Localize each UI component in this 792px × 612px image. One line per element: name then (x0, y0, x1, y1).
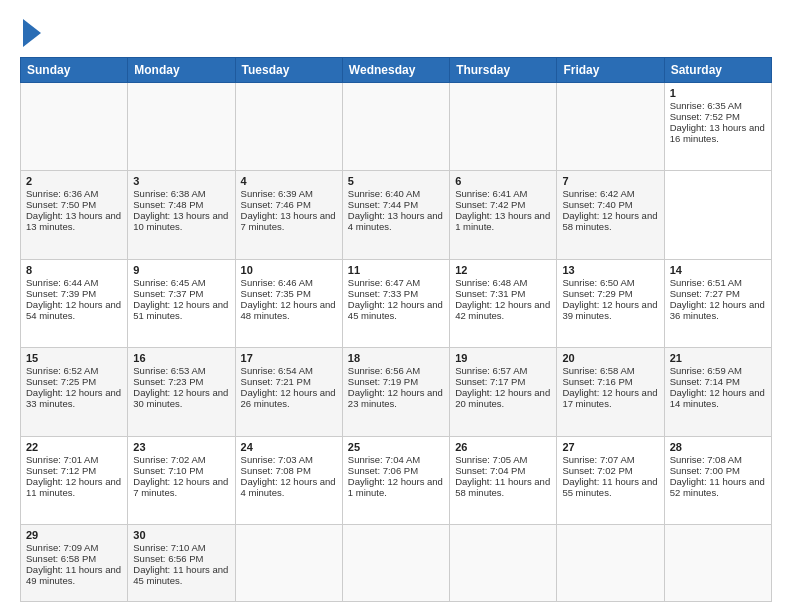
calendar-day-header: Wednesday (342, 58, 449, 83)
sunset: Sunset: 7:00 PM (670, 465, 740, 476)
day-number: 29 (26, 529, 122, 541)
sunrise: Sunrise: 6:59 AM (670, 365, 742, 376)
day-number: 26 (455, 441, 551, 453)
daylight: Daylight: 12 hours and 26 minutes. (241, 387, 336, 409)
day-number: 11 (348, 264, 444, 276)
sunrise: Sunrise: 6:38 AM (133, 188, 205, 199)
calendar-cell: 7Sunrise: 6:42 AMSunset: 7:40 PMDaylight… (557, 171, 664, 259)
sunset: Sunset: 7:06 PM (348, 465, 418, 476)
sunrise: Sunrise: 6:39 AM (241, 188, 313, 199)
day-number: 6 (455, 175, 551, 187)
sunrise: Sunrise: 6:51 AM (670, 277, 742, 288)
daylight: Daylight: 12 hours and 17 minutes. (562, 387, 657, 409)
calendar-cell: 6Sunrise: 6:41 AMSunset: 7:42 PMDaylight… (450, 171, 557, 259)
sunset: Sunset: 7:48 PM (133, 199, 203, 210)
daylight: Daylight: 12 hours and 51 minutes. (133, 299, 228, 321)
daylight: Daylight: 12 hours and 11 minutes. (26, 476, 121, 498)
daylight: Daylight: 13 hours and 4 minutes. (348, 210, 443, 232)
sunrise: Sunrise: 6:57 AM (455, 365, 527, 376)
calendar-cell: 12Sunrise: 6:48 AMSunset: 7:31 PMDayligh… (450, 259, 557, 347)
daylight: Daylight: 13 hours and 16 minutes. (670, 122, 765, 144)
day-number: 15 (26, 352, 122, 364)
calendar-cell: 18Sunrise: 6:56 AMSunset: 7:19 PMDayligh… (342, 348, 449, 436)
sunset: Sunset: 7:35 PM (241, 288, 311, 299)
calendar-cell: 27Sunrise: 7:07 AMSunset: 7:02 PMDayligh… (557, 436, 664, 524)
sunrise: Sunrise: 6:47 AM (348, 277, 420, 288)
daylight: Daylight: 11 hours and 58 minutes. (455, 476, 550, 498)
calendar-header-row: SundayMondayTuesdayWednesdayThursdayFrid… (21, 58, 772, 83)
calendar-day-header: Tuesday (235, 58, 342, 83)
daylight: Daylight: 12 hours and 42 minutes. (455, 299, 550, 321)
day-number: 7 (562, 175, 658, 187)
calendar-day-header: Sunday (21, 58, 128, 83)
daylight: Daylight: 11 hours and 55 minutes. (562, 476, 657, 498)
calendar-cell: 9Sunrise: 6:45 AMSunset: 7:37 PMDaylight… (128, 259, 235, 347)
day-number: 28 (670, 441, 766, 453)
sunset: Sunset: 7:08 PM (241, 465, 311, 476)
logo (20, 16, 41, 47)
sunset: Sunset: 7:04 PM (455, 465, 525, 476)
sunset: Sunset: 7:23 PM (133, 376, 203, 387)
calendar-day-header: Friday (557, 58, 664, 83)
daylight: Daylight: 12 hours and 1 minute. (348, 476, 443, 498)
daylight: Daylight: 12 hours and 23 minutes. (348, 387, 443, 409)
sunrise: Sunrise: 6:58 AM (562, 365, 634, 376)
day-number: 8 (26, 264, 122, 276)
daylight: Daylight: 12 hours and 45 minutes. (348, 299, 443, 321)
daylight: Daylight: 12 hours and 54 minutes. (26, 299, 121, 321)
sunrise: Sunrise: 6:42 AM (562, 188, 634, 199)
day-number: 2 (26, 175, 122, 187)
sunrise: Sunrise: 7:01 AM (26, 454, 98, 465)
sunset: Sunset: 7:02 PM (562, 465, 632, 476)
day-number: 5 (348, 175, 444, 187)
day-number: 9 (133, 264, 229, 276)
calendar-cell-empty (128, 83, 235, 171)
calendar-cell: 20Sunrise: 6:58 AMSunset: 7:16 PMDayligh… (557, 348, 664, 436)
sunrise: Sunrise: 7:07 AM (562, 454, 634, 465)
calendar-cell-empty (450, 83, 557, 171)
calendar-cell: 24Sunrise: 7:03 AMSunset: 7:08 PMDayligh… (235, 436, 342, 524)
day-number: 20 (562, 352, 658, 364)
day-number: 4 (241, 175, 337, 187)
calendar-cell: 8Sunrise: 6:44 AMSunset: 7:39 PMDaylight… (21, 259, 128, 347)
sunrise: Sunrise: 7:02 AM (133, 454, 205, 465)
calendar-cell: 21Sunrise: 6:59 AMSunset: 7:14 PMDayligh… (664, 348, 771, 436)
calendar-cell: 15Sunrise: 6:52 AMSunset: 7:25 PMDayligh… (21, 348, 128, 436)
daylight: Daylight: 12 hours and 20 minutes. (455, 387, 550, 409)
day-number: 10 (241, 264, 337, 276)
sunrise: Sunrise: 7:04 AM (348, 454, 420, 465)
day-number: 13 (562, 264, 658, 276)
sunset: Sunset: 7:29 PM (562, 288, 632, 299)
day-number: 22 (26, 441, 122, 453)
sunset: Sunset: 7:10 PM (133, 465, 203, 476)
sunset: Sunset: 7:21 PM (241, 376, 311, 387)
daylight: Daylight: 12 hours and 36 minutes. (670, 299, 765, 321)
calendar-cell: 14Sunrise: 6:51 AMSunset: 7:27 PMDayligh… (664, 259, 771, 347)
calendar-cell: 17Sunrise: 6:54 AMSunset: 7:21 PMDayligh… (235, 348, 342, 436)
calendar-cell-empty (557, 83, 664, 171)
sunset: Sunset: 7:19 PM (348, 376, 418, 387)
calendar-cell-empty (664, 524, 771, 601)
sunset: Sunset: 7:40 PM (562, 199, 632, 210)
sunrise: Sunrise: 6:35 AM (670, 100, 742, 111)
calendar-cell-empty (235, 83, 342, 171)
sunrise: Sunrise: 7:08 AM (670, 454, 742, 465)
day-number: 25 (348, 441, 444, 453)
calendar-week-row: 1Sunrise: 6:35 AMSunset: 7:52 PMDaylight… (21, 83, 772, 171)
sunset: Sunset: 7:31 PM (455, 288, 525, 299)
daylight: Daylight: 11 hours and 49 minutes. (26, 564, 121, 586)
calendar-cell-empty (235, 524, 342, 601)
header (20, 16, 772, 47)
sunset: Sunset: 7:12 PM (26, 465, 96, 476)
logo-arrow-icon (23, 19, 41, 47)
sunrise: Sunrise: 6:52 AM (26, 365, 98, 376)
calendar-cell-empty (557, 524, 664, 601)
daylight: Daylight: 12 hours and 58 minutes. (562, 210, 657, 232)
day-number: 16 (133, 352, 229, 364)
sunset: Sunset: 7:50 PM (26, 199, 96, 210)
sunrise: Sunrise: 7:09 AM (26, 542, 98, 553)
calendar-cell-empty (342, 83, 449, 171)
calendar-cell: 5Sunrise: 6:40 AMSunset: 7:44 PMDaylight… (342, 171, 449, 259)
daylight: Daylight: 12 hours and 4 minutes. (241, 476, 336, 498)
sunrise: Sunrise: 6:36 AM (26, 188, 98, 199)
